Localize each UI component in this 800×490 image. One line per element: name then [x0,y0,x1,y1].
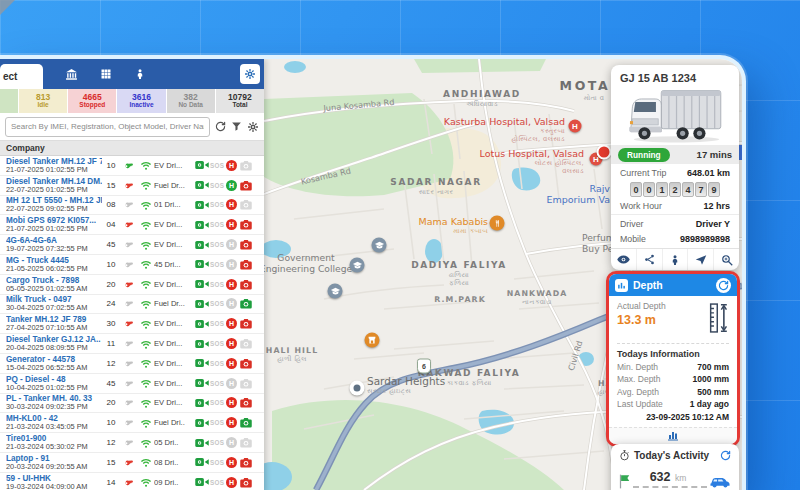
zoom-search-icon[interactable] [713,249,739,270]
alert-badge[interactable]: H [226,279,237,290]
video-camera-icon[interactable] [193,200,210,210]
video-camera-icon[interactable] [193,398,210,408]
table-row[interactable]: Milk Truck - 0497 30-04-2025 07:02:55 AM… [0,295,264,315]
sos-label: SOS [210,399,226,406]
alert-badge[interactable]: H [226,318,237,329]
video-camera-icon[interactable] [193,319,210,329]
depth-chart-button[interactable] [609,427,737,444]
table-row[interactable]: PQ - Diesel - 48 10-04-2025 01:02:55 PM … [0,374,264,394]
status-chip-no-data[interactable]: 382No Data [167,89,215,113]
camera-icon[interactable] [237,457,254,468]
video-camera-icon[interactable] [193,457,210,467]
camera-icon[interactable] [237,417,254,428]
gear-icon[interactable] [247,121,259,133]
alert-badge[interactable]: H [226,239,237,250]
alert-badge[interactable]: H [226,477,237,488]
table-row[interactable]: Tanker MH.12 JF 789 27-04-2025 07:10:55 … [0,314,264,334]
video-camera-icon[interactable] [193,180,210,190]
table-row[interactable]: Generator - 44578 15-04-2025 06:52:55 AM… [0,354,264,374]
table-row[interactable]: Diesel Tanker GJ.12 JA.. 20-04-2025 08:0… [0,334,264,354]
navigate-icon[interactable] [687,249,713,270]
table-row[interactable]: Tire01-900 21-03-2024 05:30:02 PM 12 05 … [0,433,264,453]
camera-icon[interactable] [237,219,254,230]
alert-badge[interactable]: H [226,378,237,389]
video-camera-icon[interactable] [193,299,210,309]
video-camera-icon[interactable] [193,358,210,368]
table-row[interactable]: Mobi GPS 6972 KI057... 21-07-2025 01:02:… [0,215,264,235]
vehicle-datetime: 10-04-2025 01:02:55 PM [6,384,102,392]
settings-gear-icon[interactable] [240,64,260,84]
list-header-company[interactable]: Company [0,141,264,156]
alert-badge[interactable]: H [226,457,237,468]
camera-icon[interactable] [237,160,254,171]
video-camera-icon[interactable] [193,418,210,428]
status-chip-stopped[interactable]: 4665Stopped [68,89,116,113]
table-row[interactable]: MH 12 LT 5550 - MH.12 JF 7... 22-07-2025… [0,196,264,216]
table-row[interactable]: MH-KL00 - 42 21-03-2024 03:45:05 PM 10 F… [0,413,264,433]
status-chip-idle[interactable]: 813Idle [19,89,67,113]
person-signal-icon[interactable] [134,68,146,80]
video-camera-icon[interactable] [193,279,210,289]
alert-badge[interactable]: H [226,358,237,369]
table-row[interactable]: 4G-6A-4G-6A 19-07-2025 07:32:55 PM 45 EV… [0,235,264,255]
wifi-signal-icon [137,437,154,449]
filter-funnel-icon[interactable] [231,121,242,132]
alert-badge[interactable]: H [226,397,237,408]
video-camera-icon[interactable] [193,220,210,230]
status-chip-inactive[interactable]: 3616Inactive [117,89,165,113]
table-row[interactable]: PL - Tanker MH. 40. 33 30-03-2024 09:02:… [0,394,264,414]
table-row[interactable]: 59 - UI-HHK 19-03-2024 04:09:00 AM 14 09… [0,473,264,490]
alert-badge[interactable]: H [226,199,237,210]
tab-object[interactable]: ect [0,64,43,89]
status-chip-cut[interactable] [0,89,18,113]
camera-icon[interactable] [237,437,254,448]
depth-refresh-icon[interactable] [716,278,731,293]
ignition-key-icon [119,395,139,411]
camera-icon[interactable] [237,358,254,369]
share-icon[interactable] [636,249,662,270]
odometer-digit: 9 [708,182,720,197]
map-label: R.M.PARK [434,295,486,304]
camera-icon[interactable] [237,199,254,210]
table-row[interactable]: Diesel Tanker MH.14 DM... 22-07-2025 01:… [0,176,264,196]
camera-icon[interactable] [237,477,254,488]
video-camera-icon[interactable] [193,477,210,487]
status-chip-total[interactable]: 10792Total [216,89,264,113]
video-camera-icon[interactable] [193,259,210,269]
refresh-icon[interactable] [215,121,226,132]
camera-icon[interactable] [237,239,254,250]
bank-icon[interactable] [65,68,78,81]
alert-badge[interactable]: H [226,259,237,270]
camera-icon[interactable] [237,298,254,309]
alert-badge[interactable]: H [226,417,237,428]
alert-badge[interactable]: H [226,219,237,230]
camera-icon[interactable] [237,259,254,270]
alert-badge[interactable]: H [226,298,237,309]
camera-icon[interactable] [237,180,254,191]
video-camera-icon[interactable] [193,438,210,448]
table-row[interactable]: MG - Truck 4445 21-05-2025 06:02:55 PM 1… [0,255,264,275]
wifi-signal-icon [137,298,154,310]
search-input[interactable] [5,117,210,137]
camera-icon[interactable] [237,338,254,349]
person-track-icon[interactable] [662,249,688,270]
alert-badge[interactable]: H [226,180,237,191]
camera-icon[interactable] [237,318,254,329]
alert-badge[interactable]: H [226,437,237,448]
alert-badge[interactable]: H [226,338,237,349]
grid-icon[interactable] [100,68,112,80]
camera-icon[interactable] [237,378,254,389]
alert-badge[interactable]: H [226,160,237,171]
eye-icon[interactable] [611,249,636,270]
video-camera-icon[interactable] [193,378,210,388]
camera-icon[interactable] [237,397,254,408]
video-camera-icon[interactable] [193,160,210,170]
sos-label: SOS [210,439,226,446]
video-camera-icon[interactable] [193,339,210,349]
table-row[interactable]: Laptop - 91 20-03-2024 09:20:55 AM 15 08… [0,453,264,473]
table-row[interactable]: Cargo Truck - 7898 05-05-2025 01:02:55 A… [0,275,264,295]
table-row[interactable]: Diesel Tanker MH.12 JF 7... 21-07-2025 0… [0,156,264,176]
video-camera-icon[interactable] [193,240,210,250]
activity-refresh-icon[interactable] [720,450,731,461]
camera-icon[interactable] [237,279,254,290]
